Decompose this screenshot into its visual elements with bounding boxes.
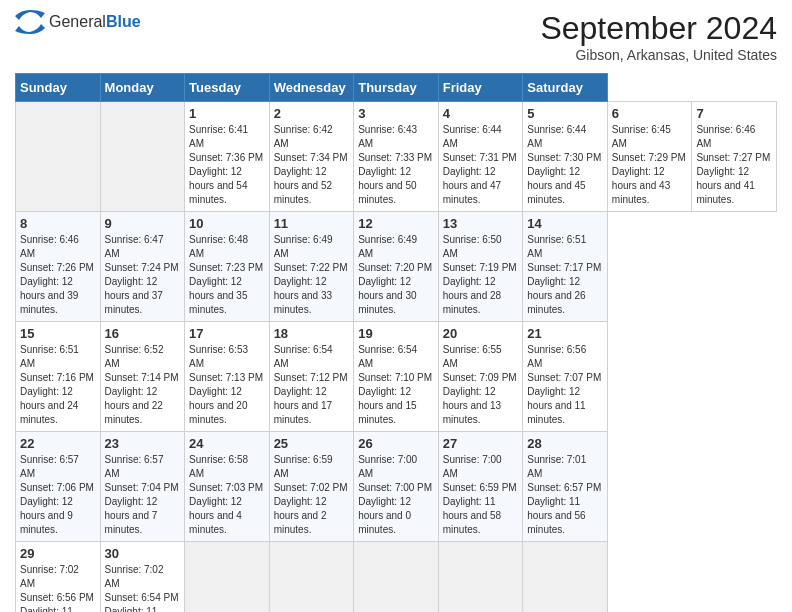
day-number: 1	[189, 106, 265, 121]
calendar-table: SundayMondayTuesdayWednesdayThursdayFrid…	[15, 73, 777, 612]
day-number: 16	[105, 326, 181, 341]
day-info: Sunrise: 6:41 AMSunset: 7:36 PMDaylight:…	[189, 123, 265, 207]
header-cell-saturday: Saturday	[523, 74, 608, 102]
calendar-cell: 23Sunrise: 6:57 AMSunset: 7:04 PMDayligh…	[100, 432, 185, 542]
logo: GeneralBlue	[15, 10, 141, 34]
logo-blue: Blue	[106, 13, 141, 30]
day-info: Sunrise: 6:46 AMSunset: 7:27 PMDaylight:…	[696, 123, 772, 207]
calendar-cell: 14Sunrise: 6:51 AMSunset: 7:17 PMDayligh…	[523, 212, 608, 322]
day-info: Sunrise: 6:42 AMSunset: 7:34 PMDaylight:…	[274, 123, 350, 207]
day-info: Sunrise: 6:51 AMSunset: 7:17 PMDaylight:…	[527, 233, 603, 317]
week-row-5: 29Sunrise: 7:02 AMSunset: 6:56 PMDayligh…	[16, 542, 777, 613]
calendar-cell	[185, 542, 270, 613]
day-info: Sunrise: 7:00 AMSunset: 6:59 PMDaylight:…	[443, 453, 519, 537]
day-info: Sunrise: 6:56 AMSunset: 7:07 PMDaylight:…	[527, 343, 603, 427]
calendar-cell: 20Sunrise: 6:55 AMSunset: 7:09 PMDayligh…	[438, 322, 523, 432]
header-cell-monday: Monday	[100, 74, 185, 102]
calendar-cell: 27Sunrise: 7:00 AMSunset: 6:59 PMDayligh…	[438, 432, 523, 542]
day-number: 24	[189, 436, 265, 451]
calendar-cell: 1Sunrise: 6:41 AMSunset: 7:36 PMDaylight…	[185, 102, 270, 212]
calendar-cell: 18Sunrise: 6:54 AMSunset: 7:12 PMDayligh…	[269, 322, 354, 432]
day-number: 5	[527, 106, 603, 121]
day-number: 10	[189, 216, 265, 231]
day-number: 7	[696, 106, 772, 121]
header-cell-tuesday: Tuesday	[185, 74, 270, 102]
calendar-cell: 15Sunrise: 6:51 AMSunset: 7:16 PMDayligh…	[16, 322, 101, 432]
day-info: Sunrise: 6:48 AMSunset: 7:23 PMDaylight:…	[189, 233, 265, 317]
calendar-cell: 8Sunrise: 6:46 AMSunset: 7:26 PMDaylight…	[16, 212, 101, 322]
calendar-cell: 29Sunrise: 7:02 AMSunset: 6:56 PMDayligh…	[16, 542, 101, 613]
calendar-cell	[16, 102, 101, 212]
day-info: Sunrise: 6:57 AMSunset: 7:04 PMDaylight:…	[105, 453, 181, 537]
day-number: 17	[189, 326, 265, 341]
day-number: 2	[274, 106, 350, 121]
day-number: 6	[612, 106, 688, 121]
day-number: 11	[274, 216, 350, 231]
calendar-cell: 5Sunrise: 6:44 AMSunset: 7:30 PMDaylight…	[523, 102, 608, 212]
calendar-cell: 13Sunrise: 6:50 AMSunset: 7:19 PMDayligh…	[438, 212, 523, 322]
day-info: Sunrise: 6:47 AMSunset: 7:24 PMDaylight:…	[105, 233, 181, 317]
day-info: Sunrise: 6:57 AMSunset: 7:06 PMDaylight:…	[20, 453, 96, 537]
day-number: 9	[105, 216, 181, 231]
header-cell-thursday: Thursday	[354, 74, 439, 102]
calendar-cell: 24Sunrise: 6:58 AMSunset: 7:03 PMDayligh…	[185, 432, 270, 542]
calendar-cell: 21Sunrise: 6:56 AMSunset: 7:07 PMDayligh…	[523, 322, 608, 432]
location-subtitle: Gibson, Arkansas, United States	[540, 47, 777, 63]
day-info: Sunrise: 6:49 AMSunset: 7:22 PMDaylight:…	[274, 233, 350, 317]
calendar-cell	[354, 542, 439, 613]
week-row-2: 8Sunrise: 6:46 AMSunset: 7:26 PMDaylight…	[16, 212, 777, 322]
day-info: Sunrise: 7:02 AMSunset: 6:54 PMDaylight:…	[105, 563, 181, 612]
day-number: 14	[527, 216, 603, 231]
calendar-cell: 10Sunrise: 6:48 AMSunset: 7:23 PMDayligh…	[185, 212, 270, 322]
calendar-cell: 6Sunrise: 6:45 AMSunset: 7:29 PMDaylight…	[607, 102, 692, 212]
week-row-3: 15Sunrise: 6:51 AMSunset: 7:16 PMDayligh…	[16, 322, 777, 432]
day-info: Sunrise: 6:46 AMSunset: 7:26 PMDaylight:…	[20, 233, 96, 317]
calendar-cell: 4Sunrise: 6:44 AMSunset: 7:31 PMDaylight…	[438, 102, 523, 212]
day-number: 19	[358, 326, 434, 341]
day-number: 27	[443, 436, 519, 451]
day-info: Sunrise: 6:52 AMSunset: 7:14 PMDaylight:…	[105, 343, 181, 427]
day-info: Sunrise: 7:01 AMSunset: 6:57 PMDaylight:…	[527, 453, 603, 537]
day-number: 21	[527, 326, 603, 341]
calendar-cell	[100, 102, 185, 212]
day-number: 23	[105, 436, 181, 451]
calendar-cell: 17Sunrise: 6:53 AMSunset: 7:13 PMDayligh…	[185, 322, 270, 432]
calendar-body: 1Sunrise: 6:41 AMSunset: 7:36 PMDaylight…	[16, 102, 777, 613]
header-cell-wednesday: Wednesday	[269, 74, 354, 102]
logo-general: General	[49, 13, 106, 30]
calendar-cell	[438, 542, 523, 613]
day-info: Sunrise: 6:54 AMSunset: 7:10 PMDaylight:…	[358, 343, 434, 427]
day-number: 18	[274, 326, 350, 341]
calendar-cell: 7Sunrise: 6:46 AMSunset: 7:27 PMDaylight…	[692, 102, 777, 212]
header: GeneralBlue September 2024 Gibson, Arkan…	[15, 10, 777, 63]
day-number: 30	[105, 546, 181, 561]
calendar-cell	[269, 542, 354, 613]
calendar-cell	[523, 542, 608, 613]
week-row-1: 1Sunrise: 6:41 AMSunset: 7:36 PMDaylight…	[16, 102, 777, 212]
day-number: 29	[20, 546, 96, 561]
day-info: Sunrise: 6:59 AMSunset: 7:02 PMDaylight:…	[274, 453, 350, 537]
calendar-cell: 28Sunrise: 7:01 AMSunset: 6:57 PMDayligh…	[523, 432, 608, 542]
calendar-cell: 11Sunrise: 6:49 AMSunset: 7:22 PMDayligh…	[269, 212, 354, 322]
day-number: 22	[20, 436, 96, 451]
calendar-cell: 16Sunrise: 6:52 AMSunset: 7:14 PMDayligh…	[100, 322, 185, 432]
day-info: Sunrise: 6:55 AMSunset: 7:09 PMDaylight:…	[443, 343, 519, 427]
day-info: Sunrise: 6:44 AMSunset: 7:31 PMDaylight:…	[443, 123, 519, 207]
calendar-cell: 3Sunrise: 6:43 AMSunset: 7:33 PMDaylight…	[354, 102, 439, 212]
calendar-cell: 9Sunrise: 6:47 AMSunset: 7:24 PMDaylight…	[100, 212, 185, 322]
day-info: Sunrise: 6:43 AMSunset: 7:33 PMDaylight:…	[358, 123, 434, 207]
day-info: Sunrise: 7:00 AMSunset: 7:00 PMDaylight:…	[358, 453, 434, 537]
day-info: Sunrise: 6:49 AMSunset: 7:20 PMDaylight:…	[358, 233, 434, 317]
calendar-cell: 2Sunrise: 6:42 AMSunset: 7:34 PMDaylight…	[269, 102, 354, 212]
day-number: 25	[274, 436, 350, 451]
day-number: 13	[443, 216, 519, 231]
header-cell-friday: Friday	[438, 74, 523, 102]
calendar-cell: 22Sunrise: 6:57 AMSunset: 7:06 PMDayligh…	[16, 432, 101, 542]
calendar-cell: 12Sunrise: 6:49 AMSunset: 7:20 PMDayligh…	[354, 212, 439, 322]
calendar-cell: 26Sunrise: 7:00 AMSunset: 7:00 PMDayligh…	[354, 432, 439, 542]
day-number: 20	[443, 326, 519, 341]
calendar-header: SundayMondayTuesdayWednesdayThursdayFrid…	[16, 74, 777, 102]
calendar-cell: 19Sunrise: 6:54 AMSunset: 7:10 PMDayligh…	[354, 322, 439, 432]
day-number: 8	[20, 216, 96, 231]
day-info: Sunrise: 6:45 AMSunset: 7:29 PMDaylight:…	[612, 123, 688, 207]
